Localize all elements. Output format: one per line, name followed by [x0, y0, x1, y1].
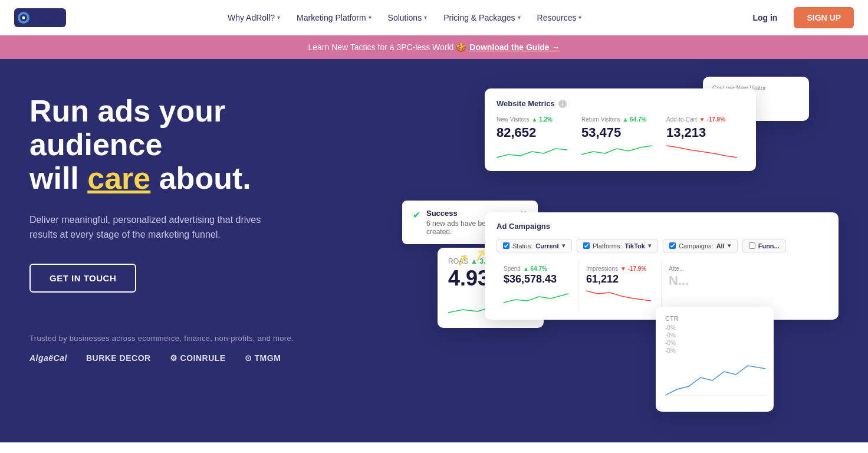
ctr-card: CTR -0% -0% -0% -0%	[656, 307, 774, 412]
signup-button[interactable]: SIGN UP	[794, 7, 854, 28]
svg-text:adroll: adroll	[32, 13, 56, 22]
nav-resources[interactable]: Resources ▾	[530, 8, 589, 27]
success-icon: ✔	[413, 209, 420, 221]
spark-add-to-cart	[666, 143, 744, 160]
banner-cta[interactable]: Download the Guide →	[469, 42, 560, 52]
trusted-section: Trusted by businesses across ecommerce, …	[29, 334, 348, 363]
nav-why-adroll[interactable]: Why AdRoll? ▾	[221, 8, 287, 27]
svg-point-2	[22, 16, 25, 19]
campaign-spend: Spend ▲ 64.7% $36,578.43	[497, 261, 579, 310]
spark-new-visitors	[497, 143, 574, 160]
chevron-down-icon: ▾	[562, 242, 565, 250]
hero-dashboard-visuals: Cost per New Visitor $6.41 Website Metri…	[438, 77, 868, 431]
metrics-card-title: Website Metrics i	[497, 99, 744, 108]
metrics-grid: New Visitors ▲ 1.2% 82,652 Return Visito…	[497, 116, 744, 160]
nav-links: Why AdRoll? ▾ Marketing Platform ▾ Solut…	[221, 8, 589, 27]
campaign-impressions-spark	[586, 288, 654, 306]
chevron-down-icon: ▾	[728, 242, 731, 250]
logo-tmgm: ⊙ TMGM	[245, 353, 281, 363]
logo-algaecal: AlgaëCal	[29, 353, 67, 363]
ctr-chart	[665, 354, 765, 401]
filter-row: Status: Current ▾ Platforms: TikTok ▾ Ca…	[497, 239, 827, 252]
chevron-down-icon: ▾	[424, 14, 427, 21]
filter-status[interactable]: Status: Current ▾	[497, 239, 572, 252]
logo[interactable]: adroll	[14, 8, 66, 27]
hero-section: Run ads your audience will care about. D…	[0, 59, 868, 442]
campaigns-card-title: Ad Campaigns	[497, 222, 827, 231]
chevron-down-icon: ▾	[369, 14, 371, 21]
trusted-logos: AlgaëCal BURKE DECOR ⚙ COINRULE ⊙ TMGM	[29, 353, 348, 363]
hero-content: Run ads your audience will care about. D…	[29, 94, 348, 363]
hero-title: Run ads your audience will care about.	[29, 94, 348, 196]
ctr-label: CTR	[665, 315, 764, 322]
logo-burke-decor: BURKE DECOR	[86, 353, 151, 363]
campaign-spend-spark	[504, 288, 571, 306]
hero-highlight-word: care	[87, 161, 150, 195]
navbar: adroll Why AdRoll? ▾ Marketing Platform …	[0, 0, 868, 35]
hero-subtitle: Deliver meaningful, personalized adverti…	[29, 212, 289, 242]
spark-return-visitors	[581, 143, 659, 160]
chevron-down-icon: ▾	[518, 14, 521, 21]
website-metrics-card: Website Metrics i New Visitors ▲ 1.2% 82…	[485, 88, 756, 171]
filter-funnel-checkbox[interactable]	[749, 242, 755, 249]
filter-platforms[interactable]: Platforms: TikTok ▾	[577, 239, 658, 252]
filter-campaigns[interactable]: Campaigns: All ▾	[663, 239, 738, 252]
filter-campaigns-checkbox[interactable]	[669, 242, 676, 249]
metric-return-visitors: Return Visitors ▲ 64.7% 53,475	[581, 116, 659, 160]
campaign-impressions: Impressions ▼ -17.9% 61,212	[579, 261, 662, 310]
promo-banner: Learn New Tactics for a 3PC-less World 🍪…	[0, 35, 868, 59]
filter-status-checkbox[interactable]	[503, 242, 509, 249]
chevron-down-icon: ▾	[277, 14, 280, 21]
filter-funnel[interactable]: Funn...	[742, 239, 786, 252]
ad-campaigns-card: Ad Campaigns Status: Current ▾ Platforms…	[485, 212, 839, 320]
chevron-down-icon: ▾	[578, 14, 581, 21]
login-button[interactable]: Log in	[743, 8, 787, 27]
info-icon: i	[558, 100, 567, 108]
chevron-down-icon: ▾	[648, 242, 652, 250]
campaign-att: Atte... N...	[662, 261, 744, 310]
nav-pricing[interactable]: Pricing & Packages ▾	[436, 8, 527, 27]
trusted-label: Trusted by businesses across ecommerce, …	[29, 334, 348, 343]
nav-marketing-platform[interactable]: Marketing Platform ▾	[290, 8, 378, 27]
nav-solutions[interactable]: Solutions ▾	[381, 8, 435, 27]
filter-platforms-checkbox[interactable]	[583, 242, 590, 249]
adroll-logo: adroll	[14, 8, 66, 27]
banner-text: Learn New Tactics for a 3PC-less World 🍪	[308, 42, 466, 52]
campaign-metrics: Spend ▲ 64.7% $36,578.43 Impressions ▼ -…	[497, 261, 827, 310]
metric-add-to-cart: Add-to-Cart ▼ -17.9% 13,213	[666, 116, 744, 160]
nav-actions: Log in SIGN UP	[743, 7, 854, 28]
logo-coinrule: ⚙ COINRULE	[170, 353, 226, 363]
get-in-touch-button[interactable]: GET IN TOUCH	[29, 264, 136, 293]
metric-new-visitors: New Visitors ▲ 1.2% 82,652	[497, 116, 574, 160]
